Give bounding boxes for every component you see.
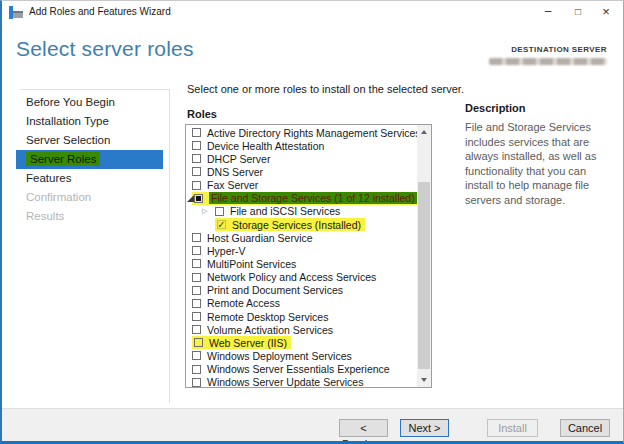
role-row-active-directory-rights-management-services[interactable]: Active Directory Rights Management Servi… [186, 126, 417, 139]
role-label: Windows Server Update Services [207, 376, 363, 388]
role-row-remote-access[interactable]: Remote Access [186, 297, 417, 310]
scroll-thumb[interactable] [418, 182, 430, 369]
indeterminate-mark [196, 196, 201, 201]
unchecked-checkbox[interactable] [215, 207, 224, 216]
unchecked-checkbox[interactable] [192, 246, 201, 255]
role-label: Storage Services (Installed) [232, 219, 361, 231]
unchecked-checkbox[interactable] [192, 365, 201, 374]
collapsed-expander-icon[interactable]: ▷ [202, 206, 207, 216]
description-heading: Description [465, 102, 526, 114]
expanded-expander-icon[interactable] [187, 195, 194, 202]
role-label: Host Guardian Service [207, 232, 313, 244]
wizard-steps-sidebar: Before You BeginInstallation TypeServer … [16, 93, 163, 226]
server-manager-icon [9, 6, 25, 19]
unchecked-checkbox[interactable] [192, 154, 201, 163]
role-row-windows-deployment-services[interactable]: Windows Deployment Services [186, 349, 417, 362]
unchecked-checkbox[interactable] [192, 167, 201, 176]
role-label: Fax Server [207, 179, 258, 191]
roles-listbox[interactable]: Active Directory Rights Management Servi… [185, 124, 432, 388]
role-row-dhcp-server[interactable]: DHCP Server [186, 152, 417, 165]
sidebar-divider [169, 89, 170, 403]
unchecked-checkbox[interactable] [192, 273, 201, 282]
indeterminate-checkbox[interactable] [194, 194, 203, 203]
cancel-button[interactable]: Cancel [560, 419, 610, 437]
sidebar-item-confirmation: Confirmation [16, 188, 163, 207]
unchecked-checkbox[interactable] [192, 128, 201, 137]
role-label: Network Policy and Access Services [207, 271, 376, 283]
unchecked-checkbox[interactable] [192, 141, 201, 150]
yellow-highlight: File and Storage Services (1 of 12 insta… [192, 192, 421, 205]
role-row-multipoint-services[interactable]: MultiPoint Services [186, 257, 417, 270]
sidebar-item-server-selection[interactable]: Server Selection [16, 131, 163, 150]
unchecked-checkbox[interactable] [192, 181, 201, 190]
sidebar-item-results: Results [16, 207, 163, 226]
sidebar-top-divider [20, 89, 169, 90]
next-button[interactable]: Next > [400, 419, 449, 437]
checked-checkbox[interactable]: ✓ [217, 220, 226, 229]
maximize-icon[interactable]: □ [565, 1, 591, 23]
sidebar-item-installation-type[interactable]: Installation Type [16, 112, 163, 131]
scroll-down-button[interactable] [417, 373, 431, 387]
minimize-icon[interactable]: – [535, 1, 561, 23]
role-label: Remote Desktop Services [207, 311, 328, 323]
role-label: Hyper-V [207, 245, 246, 257]
role-row-web-server-iis[interactable]: Web Server (IIS) [186, 336, 417, 349]
role-label: Web Server (IIS) [209, 337, 287, 349]
role-label: Windows Server Essentials Experience [207, 363, 390, 375]
role-row-file-and-storage-services-1-of-12-installed[interactable]: File and Storage Services (1 of 12 insta… [186, 192, 417, 205]
role-label: Volume Activation Services [207, 324, 333, 336]
yellow-highlight: ✓Storage Services (Installed) [215, 218, 365, 231]
role-label: Remote Access [207, 297, 280, 309]
unchecked-checkbox[interactable] [192, 312, 201, 321]
unchecked-checkbox[interactable] [192, 286, 201, 295]
unchecked-checkbox[interactable] [192, 325, 201, 334]
role-label: Print and Document Services [207, 284, 343, 296]
scroll-up-button[interactable] [417, 125, 431, 139]
role-label: Device Health Attestation [207, 140, 324, 152]
scroll-up-icon [421, 130, 427, 134]
yellow-highlight: Web Server (IIS) [192, 336, 291, 349]
role-row-hyper-v[interactable]: Hyper-V [186, 244, 417, 257]
role-row-fax-server[interactable]: Fax Server [186, 179, 417, 192]
role-row-volume-activation-services[interactable]: Volume Activation Services [186, 323, 417, 336]
destination-server-label: DESTINATION SERVER [511, 45, 607, 54]
install-button[interactable]: Install [487, 419, 538, 437]
sidebar-item-server-roles[interactable]: Server Roles [16, 150, 163, 169]
role-row-dns-server[interactable]: DNS Server [186, 165, 417, 178]
description-text: File and Storage Services includes servi… [465, 120, 617, 207]
unchecked-checkbox[interactable] [192, 351, 201, 360]
role-row-remote-desktop-services[interactable]: Remote Desktop Services [186, 310, 417, 323]
role-label: MultiPoint Services [207, 258, 296, 270]
unchecked-checkbox[interactable] [192, 259, 201, 268]
window-title: Add Roles and Features Wizard [29, 1, 171, 23]
role-row-host-guardian-service[interactable]: Host Guardian Service [186, 231, 417, 244]
role-row-file-and-iscsi-services[interactable]: ▷File and iSCSI Services [186, 205, 417, 218]
role-label: DHCP Server [207, 153, 270, 165]
green-marker-highlight: Server Roles [26, 152, 100, 166]
unchecked-checkbox[interactable] [192, 378, 201, 387]
unchecked-checkbox[interactable] [192, 233, 201, 242]
roles-caption: Roles [187, 108, 217, 120]
role-label: Active Directory Rights Management Servi… [207, 127, 421, 139]
sidebar-item-before-you-begin[interactable]: Before You Begin [16, 93, 163, 112]
add-roles-wizard-window: Add Roles and Features Wizard – □ × Sele… [0, 0, 624, 444]
page-title: Select server roles [16, 37, 194, 61]
destination-server-name-redacted [489, 58, 607, 65]
role-row-storage-services-installed[interactable]: ✓Storage Services (Installed) [186, 218, 417, 231]
role-label: Windows Deployment Services [207, 350, 352, 362]
close-icon[interactable]: × [593, 1, 619, 23]
unchecked-checkbox[interactable] [194, 338, 203, 347]
role-row-network-policy-and-access-services[interactable]: Network Policy and Access Services [186, 271, 417, 284]
role-row-print-and-document-services[interactable]: Print and Document Services [186, 284, 417, 297]
unchecked-checkbox[interactable] [192, 299, 201, 308]
scrollbar[interactable] [417, 125, 431, 387]
instruction-text: Select one or more roles to install on t… [187, 83, 464, 95]
role-label: File and Storage Services (1 of 12 insta… [209, 192, 417, 204]
role-row-windows-server-update-services[interactable]: Windows Server Update Services [186, 376, 417, 389]
previous-button[interactable]: < Previous [339, 419, 388, 437]
icon-box-part [13, 11, 23, 18]
sidebar-item-features[interactable]: Features [16, 169, 163, 188]
scroll-down-icon [421, 378, 427, 382]
role-row-device-health-attestation[interactable]: Device Health Attestation [186, 139, 417, 152]
role-row-windows-server-essentials-experience[interactable]: Windows Server Essentials Experience [186, 363, 417, 376]
